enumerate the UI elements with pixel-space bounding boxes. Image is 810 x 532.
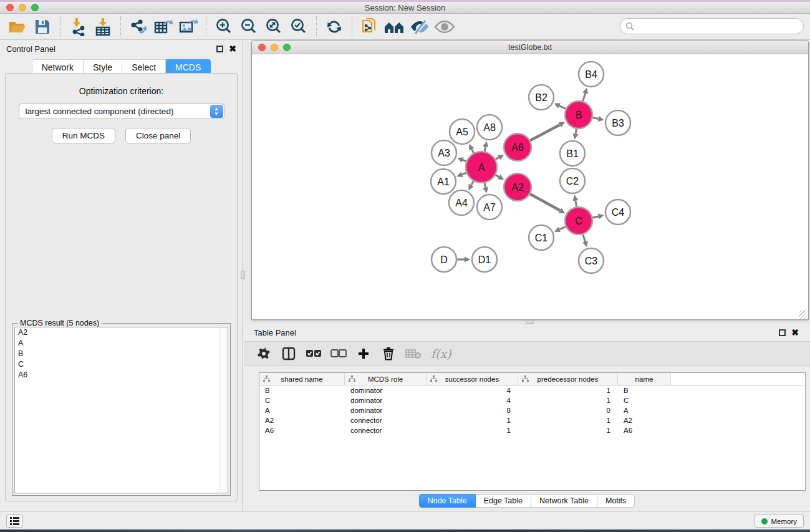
result-item[interactable]: A2 [15,327,228,338]
cell-shared-name[interactable]: A6 [259,427,345,434]
import-table-icon[interactable] [90,16,115,38]
float-table-panel-icon[interactable] [779,329,786,336]
vertical-splitter-handle[interactable] [241,271,245,279]
cell-predecessor-nodes[interactable]: 1 [518,427,618,434]
refresh-icon[interactable] [322,16,347,38]
cell-name[interactable]: C [618,397,671,404]
table-row[interactable]: A2connector11A2 [259,415,805,425]
node-A[interactable]: A [466,152,497,183]
table-row[interactable]: Adominator80A [259,405,805,415]
float-panel-icon[interactable] [216,46,223,52]
table-settings-icon[interactable] [253,344,275,364]
cell-shared-name[interactable]: C [259,397,345,404]
result-item[interactable]: A6 [15,370,228,380]
first-neighbors-icon[interactable] [382,16,407,38]
cell-successor-nodes[interactable]: 8 [427,407,518,414]
node-table[interactable]: shared nameMCDS rolesuccessor nodesprede… [259,372,806,491]
cell-predecessor-nodes[interactable]: 1 [518,397,618,404]
node-B3[interactable]: B3 [605,110,630,135]
tab-node-table[interactable]: Node Table [419,494,476,508]
cell-successor-nodes[interactable]: 4 [427,387,518,394]
column-header-successor-nodes[interactable]: successor nodes [427,373,518,385]
zoom-selected-icon[interactable] [286,16,311,38]
memory-button[interactable]: Memory [755,515,804,528]
node-A4[interactable]: A4 [449,190,474,215]
node-A7[interactable]: A7 [477,195,502,220]
node-D[interactable]: D [432,247,456,272]
cell-successor-nodes[interactable]: 1 [427,427,518,434]
zoom-out-icon[interactable] [236,16,261,38]
network-graph[interactable]: B4B2BB3A8A5A6A3B1AA1C2A2A4A7C4CC1DD1C3 [252,54,808,319]
node-A2[interactable]: A2 [504,173,531,201]
node-A3[interactable]: A3 [432,140,456,165]
node-A6[interactable]: A6 [504,133,531,161]
table-row[interactable]: Cdominator41C [259,395,805,405]
column-header-MCDS-role[interactable]: MCDS role [345,373,427,385]
cell-MCDS-role[interactable]: connector [345,427,427,434]
result-item[interactable]: B [15,349,228,359]
tab-edge-table[interactable]: Edge Table [476,494,531,508]
column-header-predecessor-nodes[interactable]: predecessor nodes [518,373,618,385]
deselect-all-checkboxes-icon[interactable] [327,344,350,364]
table-row[interactable]: Bdominator41B [259,385,805,395]
close-table-panel-icon[interactable]: ✖ [791,328,799,337]
cell-name[interactable]: B [618,387,671,394]
tab-motifs[interactable]: Motifs [597,494,635,508]
cell-MCDS-role[interactable]: dominator [345,387,427,394]
cell-name[interactable]: A [618,407,671,414]
window-resize-grip[interactable] [799,310,808,319]
window-titlebar[interactable]: Session: New Session [0,2,810,14]
search-input[interactable] [620,18,804,34]
cell-shared-name[interactable]: A2 [259,417,345,424]
cell-MCDS-role[interactable]: dominator [345,407,427,414]
cell-MCDS-role[interactable]: dominator [345,397,427,404]
split-columns-icon[interactable] [277,344,300,364]
node-C1[interactable]: C1 [529,225,554,250]
node-C3[interactable]: C3 [579,248,604,273]
cell-successor-nodes[interactable]: 4 [427,397,518,404]
add-column-icon[interactable] [352,344,375,364]
result-list-scrollbar[interactable] [219,327,228,493]
node-C[interactable]: C [565,207,592,235]
export-table-icon[interactable] [151,16,176,38]
cell-name[interactable]: A2 [618,417,671,424]
task-history-button[interactable] [6,515,23,528]
tab-network-table[interactable]: Network Table [531,494,597,508]
show-all-icon[interactable] [432,16,457,38]
table-row[interactable]: A6connector11A6 [259,425,805,435]
result-item[interactable]: A [15,338,228,349]
node-A8[interactable]: A8 [477,115,502,140]
node-C2[interactable]: C2 [560,168,585,193]
close-panel-button[interactable]: Close panel [125,128,191,143]
open-file-icon[interactable] [5,16,30,38]
cell-name[interactable]: A6 [618,427,671,434]
cell-predecessor-nodes[interactable]: 0 [518,407,618,414]
delete-column-icon[interactable] [377,344,400,364]
apply-function-icon[interactable]: f(x) [427,344,455,364]
run-mcds-button[interactable]: Run MCDS [52,128,115,143]
mcds-result-list[interactable]: A2ABCA6 [14,327,228,493]
column-header-name[interactable]: name [618,373,671,385]
export-image-icon[interactable] [176,16,201,38]
node-A1[interactable]: A1 [431,169,456,194]
optimization-criterion-select[interactable]: largest connected component (directed) ▲… [19,104,224,119]
cell-successor-nodes[interactable]: 1 [427,417,518,424]
result-item[interactable]: C [15,359,228,370]
node-C4[interactable]: C4 [605,200,630,225]
hide-selection-icon[interactable] [407,16,432,38]
delete-table-icon[interactable] [402,344,425,364]
zoom-in-icon[interactable] [211,16,236,38]
save-session-icon[interactable] [30,16,55,38]
network-canvas[interactable]: B4B2BB3A8A5A6A3B1AA1C2A2A4A7C4CC1DD1C3 [252,54,808,319]
new-network-from-selection-icon[interactable] [357,16,382,38]
zoom-fit-icon[interactable] [261,16,286,38]
horizontal-splitter-handle[interactable] [526,320,534,324]
import-network-icon[interactable] [65,16,90,38]
node-B[interactable]: B [565,101,592,128]
node-D1[interactable]: D1 [472,247,497,272]
cell-shared-name[interactable]: B [259,387,345,394]
node-B2[interactable]: B2 [529,85,554,110]
cell-predecessor-nodes[interactable]: 1 [518,387,618,394]
cell-shared-name[interactable]: A [259,407,345,414]
select-all-checkboxes-icon[interactable] [302,344,325,364]
